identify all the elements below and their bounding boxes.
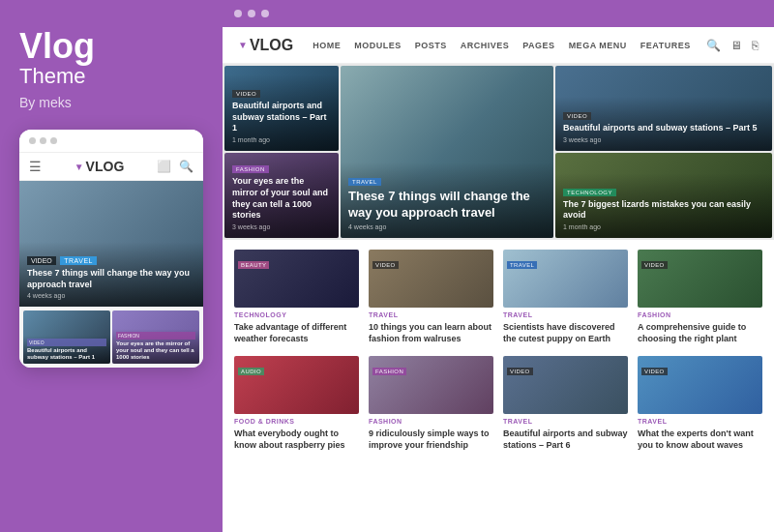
mobile-bottom-cards: VIDEO Beautiful airports and subway stat… [19, 307, 203, 368]
brand-title: Vlog [19, 29, 203, 64]
mobile-small-title-1: Beautiful airports and subway stations –… [27, 347, 106, 361]
grid-badge-8: VIDEO [641, 368, 668, 375]
site-logo-text: VLOG [250, 37, 293, 54]
grid-category-8: TRAVEL [638, 418, 762, 425]
grid-title-4: A comprehensive guide to choosing the ri… [638, 322, 762, 344]
mobile-window-dots [29, 137, 57, 144]
mobile-small-badge-2: FASHION [116, 332, 195, 340]
mobile-small-card-2: FASHION Your eyes are the mirror of your… [112, 310, 199, 364]
mobile-small-overlay-1: VIDEO Beautiful airports and subway stat… [23, 336, 110, 364]
grid-title-5: What everybody ought to know about raspb… [234, 429, 359, 451]
grid-badge-3: TRAVEL [507, 261, 537, 269]
hero-card-1-date: 1 month ago [232, 136, 331, 143]
grid-category-5: FOOD & DRINKS [234, 418, 359, 425]
grid-badge-overlay-4: VIDEO [641, 253, 668, 271]
nav-mega-menu[interactable]: MEGA MENU [569, 41, 627, 50]
monitor-icon[interactable]: 🖥 [730, 39, 742, 52]
nav-pages[interactable]: PAGES [522, 41, 554, 50]
mobile-hero-card: VIDEO TRAVEL These 7 things will change … [19, 181, 203, 307]
mobile-travel-badge: TRAVEL [60, 256, 97, 265]
hero-card-center-badge: TRAVEL [348, 178, 381, 186]
grid-item-1[interactable]: BEAUTY TECHNOLOGY Take advantage of diff… [234, 250, 359, 344]
grid-badge-overlay-2: VIDEO [372, 253, 399, 271]
hero-card-2[interactable]: FASHION Your eyes are the mirror of your… [224, 153, 339, 238]
hero-card-2-overlay: FASHION Your eyes are the mirror of your… [224, 153, 339, 238]
grid-item-6[interactable]: FASHION FASHION 9 ridiculously simple wa… [369, 356, 493, 451]
grid-item-5[interactable]: AUDIO FOOD & DRINKS What everybody ought… [234, 356, 359, 451]
grid-item-4[interactable]: VIDEO FASHION A comprehensive guide to c… [638, 250, 762, 344]
browser-dot-3 [261, 10, 269, 17]
grid-badge-overlay-1: BEAUTY [238, 253, 269, 271]
grid-item-8[interactable]: VIDEO TRAVEL What the experts don't want… [638, 356, 762, 451]
hero-card-center-date: 4 weeks ago [348, 223, 546, 230]
hero-card-4-overlay: VIDEO Beautiful airports and subway stat… [555, 97, 772, 151]
nav-posts[interactable]: POSTS [415, 41, 447, 50]
mobile-search-icon[interactable]: 🔍 [179, 160, 194, 173]
grid-thumb-1: BEAUTY [234, 250, 359, 308]
grid-item-7[interactable]: VIDEO TRAVEL Beautiful airports and subw… [503, 356, 628, 451]
hero-card-1-title: Beautiful airports and subway stations –… [232, 101, 331, 134]
hero-card-5-overlay: TECHNOLOGY The 7 biggest lizards mistake… [555, 173, 772, 238]
grid-category-1: TECHNOLOGY [234, 311, 359, 318]
hamburger-icon[interactable]: ☰ [29, 159, 42, 174]
hero-card-center[interactable]: TRAVEL These 7 things will change the wa… [341, 66, 553, 238]
hero-card-4[interactable]: VIDEO Beautiful airports and subway stat… [555, 66, 772, 151]
grid-row-2: AUDIO FOOD & DRINKS What everybody ought… [234, 356, 762, 451]
hero-card-1-badge: VIDEO [232, 90, 260, 98]
nav-icons: 🔍 🖥 ⎘ [706, 39, 759, 52]
mobile-small-badge-1: VIDEO [27, 339, 106, 346]
mobile-hero-title: These 7 things will change the way you a… [27, 268, 195, 290]
hero-card-center-title: These 7 things will change the way you a… [348, 189, 546, 222]
nav-features[interactable]: FEATURES [640, 41, 691, 50]
left-panel: Vlog Theme By meks ☰ ▼ VLOG ⬜ 🔍 [0, 0, 223, 532]
nav-archives[interactable]: ARCHIVES [461, 41, 510, 50]
mobile-hero-overlay: VIDEO TRAVEL These 7 things will change … [19, 242, 203, 307]
grid-category-3: TRAVEL [503, 311, 628, 318]
grid-item-3[interactable]: TRAVEL TRAVEL Scientists have discovered… [503, 250, 628, 344]
hero-section: VIDEO Beautiful airports and subway stat… [223, 64, 774, 240]
grid-thumb-7: VIDEO [503, 356, 628, 414]
monitor-icon[interactable]: ⬜ [157, 160, 171, 173]
grid-category-7: TRAVEL [503, 418, 628, 425]
hero-card-5-badge: TECHNOLOGY [563, 189, 616, 196]
mobile-nav-icons: ⬜ 🔍 [157, 160, 194, 173]
hero-card-4-badge: VIDEO [563, 112, 591, 120]
hero-card-1-overlay: VIDEO Beautiful airports and subway stat… [224, 74, 339, 151]
grid-row-1: BEAUTY TECHNOLOGY Take advantage of diff… [234, 250, 762, 344]
site-logo-arrow-icon: ▼ [238, 40, 248, 50]
grid-title-6: 9 ridiculously simple ways to improve yo… [369, 429, 493, 451]
hero-col-right: VIDEO Beautiful airports and subway stat… [555, 66, 772, 238]
grid-badge-overlay-7: VIDEO [507, 360, 533, 377]
grid-title-3: Scientists have discovered the cutest pu… [503, 322, 628, 344]
hero-card-2-title: Your eyes are the mirror of your soul an… [232, 176, 331, 222]
nav-home[interactable]: HOME [313, 41, 341, 50]
share-icon[interactable]: ⎘ [752, 39, 759, 52]
hero-card-5-title: The 7 biggest lizards mistakes you can e… [563, 199, 764, 222]
browser-chrome [223, 0, 774, 27]
hero-card-4-title: Beautiful airports and subway stations –… [563, 123, 764, 134]
hero-col-left: VIDEO Beautiful airports and subway stat… [224, 66, 339, 238]
grid-thumb-3: TRAVEL [503, 250, 628, 308]
search-icon[interactable]: 🔍 [706, 39, 721, 52]
mobile-logo-text: VLOG [86, 159, 125, 174]
grid-badge-1: BEAUTY [238, 261, 269, 269]
grid-item-2[interactable]: VIDEO TRAVEL 10 things you can learn abo… [369, 250, 493, 344]
hero-card-center-overlay: TRAVEL These 7 things will change the wa… [341, 163, 553, 238]
grid-badge-overlay-5: AUDIO [238, 360, 264, 377]
hero-card-2-date: 3 weeks ago [232, 223, 331, 230]
hero-card-1[interactable]: VIDEO Beautiful airports and subway stat… [224, 66, 339, 151]
hero-card-5[interactable]: TECHNOLOGY The 7 biggest lizards mistake… [555, 153, 772, 238]
brand-subtitle: Theme [19, 64, 203, 89]
grid-badge-4: VIDEO [641, 261, 668, 269]
browser-dot-1 [234, 10, 242, 17]
mobile-mockup: ☰ ▼ VLOG ⬜ 🔍 VIDEO TRAVEL These 7 things… [19, 130, 203, 368]
hero-card-4-date: 3 weeks ago [563, 136, 764, 143]
nav-modules[interactable]: MODULES [354, 41, 402, 50]
mobile-dot-3 [50, 137, 57, 144]
grid-title-7: Beautiful airports and subway stations –… [503, 429, 628, 451]
mobile-dot-2 [40, 137, 46, 144]
browser-content: ▼ VLOG HOME MODULES POSTS ARCHIVES PAGES… [223, 27, 774, 532]
grid-thumb-4: VIDEO [638, 250, 762, 308]
site-logo: ▼ VLOG [238, 37, 293, 54]
mobile-nav-bar: ☰ ▼ VLOG ⬜ 🔍 [19, 153, 203, 181]
